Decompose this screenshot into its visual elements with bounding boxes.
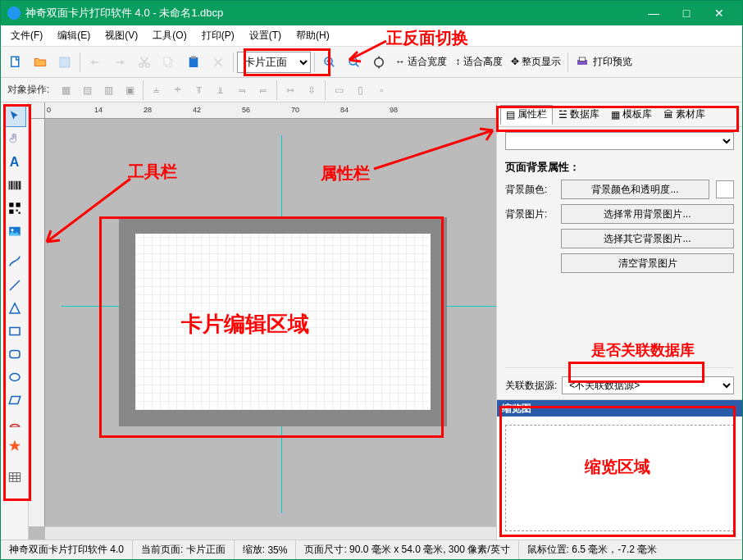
svg-rect-12 <box>579 57 586 61</box>
canvas-area[interactable]: 0 14 28 42 56 70 84 98 <box>29 102 496 540</box>
menu-tools[interactable]: 工具(O) <box>146 26 193 45</box>
table-tool[interactable] <box>3 467 26 488</box>
align-bottom-button: ⫭ <box>253 80 273 100</box>
roundrect-tool[interactable] <box>3 344 26 365</box>
main-area: A 0 14 28 42 56 7 <box>1 102 742 540</box>
svg-rect-7 <box>191 56 196 58</box>
tab-resources[interactable]: 🏛素材库 <box>658 105 711 125</box>
hand-tool[interactable] <box>3 129 26 150</box>
status-page-size: 页面尺寸: 90.0 毫米 x 54.0 毫米, 300 像素/英寸 <box>296 540 518 559</box>
align-top-button: ⫫ <box>211 80 230 100</box>
ellipse-tool[interactable] <box>3 367 26 388</box>
bg-image-common-button[interactable]: 选择常用背景图片... <box>561 204 734 224</box>
undo-button[interactable] <box>84 51 107 74</box>
tab-properties[interactable]: ▤属性栏 <box>500 105 553 125</box>
status-current-page: 当前页面: 卡片正面 <box>133 540 235 559</box>
object-ops-label: 对象操作: <box>7 83 49 97</box>
star-tool[interactable] <box>3 435 26 457</box>
print-preview-button[interactable]: 打印预览 <box>572 55 636 70</box>
parallelogram-tool[interactable] <box>3 389 26 411</box>
copy-button[interactable] <box>157 51 180 74</box>
cut-button[interactable] <box>133 51 156 74</box>
bg-image-other-button[interactable]: 选择其它背景图片... <box>561 229 734 248</box>
menu-file[interactable]: 文件(F) <box>4 26 49 45</box>
arc-tool[interactable] <box>3 412 26 434</box>
svg-point-19 <box>11 229 13 231</box>
align-middle-button: ⫬ <box>232 80 252 100</box>
menu-view[interactable]: 视图(V) <box>98 26 144 45</box>
tool-palette: A <box>1 102 29 540</box>
align-center-button: ⫩ <box>168 80 188 100</box>
thumbnail-box[interactable] <box>505 425 734 531</box>
dist-h-button: ⇿ <box>280 80 300 100</box>
text-tool[interactable]: A <box>3 152 26 173</box>
full-page-button[interactable]: ✥ 整页显示 <box>508 55 564 69</box>
new-button[interactable] <box>4 51 27 74</box>
line-tool[interactable] <box>3 275 26 296</box>
thumbnail-header: 缩览图 <box>497 400 742 417</box>
svg-rect-15 <box>9 210 13 214</box>
delete-button[interactable] <box>207 51 230 74</box>
background-section-title: 页面背景属性： <box>505 160 734 175</box>
svg-rect-17 <box>18 212 20 214</box>
svg-rect-0 <box>11 57 19 66</box>
paste-button[interactable] <box>182 51 205 74</box>
menu-print[interactable]: 打印(P) <box>195 26 241 45</box>
menu-help[interactable]: 帮助(H) <box>289 26 336 45</box>
tab-database[interactable]: ☱数据库 <box>553 105 605 125</box>
rect-tool[interactable] <box>3 321 26 342</box>
bg-image-clear-button[interactable]: 清空背景图片 <box>561 253 734 273</box>
right-panel: ▤属性栏 ☱数据库 ▦模板库 🏛素材库 页面背景属性： 背景颜色: 背景颜色和透… <box>496 102 742 540</box>
barcode-tool[interactable] <box>3 175 26 196</box>
ruler-vertical <box>29 119 45 526</box>
card-outer <box>119 217 447 426</box>
svg-rect-14 <box>16 203 20 207</box>
bg-color-swatch[interactable] <box>716 180 734 198</box>
ruler-corner <box>29 102 45 119</box>
tab-templates[interactable]: ▦模板库 <box>605 105 658 125</box>
svg-rect-21 <box>10 351 20 358</box>
thumbnail-section: 缩览图 <box>497 399 742 540</box>
curve-tool[interactable] <box>3 252 26 273</box>
save-button[interactable] <box>53 51 76 74</box>
ungroup-button: ▯ <box>350 80 370 100</box>
main-toolbar: 卡片正面 ↔ 适合宽度 ↕ 适合高度 ✥ 整页显示 打印预览 <box>1 47 742 78</box>
open-button[interactable] <box>29 51 52 74</box>
fit-width-button[interactable]: ↔ 适合宽度 <box>392 55 450 69</box>
qrcode-tool[interactable] <box>3 198 26 219</box>
card-canvas[interactable] <box>135 234 431 410</box>
face-select[interactable]: 卡片正面 <box>237 52 311 73</box>
svg-rect-20 <box>10 328 20 335</box>
menu-settings[interactable]: 设置(T) <box>243 26 288 45</box>
bg-color-button[interactable]: 背景颜色和透明度... <box>561 180 709 199</box>
zoom-out-button[interactable] <box>343 51 366 74</box>
align-button-1: ▦ <box>56 80 75 100</box>
triangle-tool[interactable] <box>3 298 26 319</box>
menu-edit[interactable]: 编辑(E) <box>51 26 97 45</box>
ruler-horizontal: 0 14 28 42 56 70 84 98 <box>45 102 496 119</box>
svg-rect-6 <box>189 57 198 67</box>
group-button: ▭ <box>329 80 349 100</box>
image-tool[interactable] <box>3 221 26 242</box>
assoc-label: 关联数据源: <box>505 379 557 393</box>
canvas-hscrollbar[interactable] <box>45 526 496 540</box>
assoc-select[interactable]: <不关联数据源> <box>562 376 734 394</box>
close-button[interactable]: ✕ <box>703 1 736 25</box>
redo-button[interactable] <box>108 51 131 74</box>
object-ops-toolbar: 对象操作: ▦ ▤ ▥ ▣ ⫨ ⫩ ⫪ ⫫ ⫬ ⫭ ⇿ ⇳ ▭ ▯ ▫ <box>1 78 742 102</box>
maximize-button[interactable]: □ <box>670 1 703 25</box>
status-mouse: 鼠标位置: 6.5 毫米，-7.2 毫米 <box>519 540 742 559</box>
statusbar: 神奇双面卡片打印软件 4.0 当前页面: 卡片正面 缩放: 35% 页面尺寸: … <box>1 540 742 559</box>
zoom-in-button[interactable] <box>318 51 341 74</box>
canvas-viewport[interactable] <box>45 119 496 526</box>
zoom-reset-button[interactable] <box>367 51 390 74</box>
bg-image-label: 背景图片: <box>505 207 554 221</box>
menubar: 文件(F) 编辑(E) 视图(V) 工具(O) 打印(P) 设置(T) 帮助(H… <box>1 25 742 47</box>
fit-height-button[interactable]: ↕ 适合高度 <box>452 55 505 69</box>
align-button-4: ▣ <box>120 80 139 100</box>
window-title: 神奇双面卡片打印软件 4.0 - 未命名1.dbcp <box>25 6 637 20</box>
select-tool[interactable] <box>3 106 26 127</box>
object-type-select[interactable] <box>505 132 734 150</box>
minimize-button[interactable]: — <box>637 1 670 25</box>
panel-tabs: ▤属性栏 ☱数据库 ▦模板库 🏛素材库 <box>497 102 742 127</box>
